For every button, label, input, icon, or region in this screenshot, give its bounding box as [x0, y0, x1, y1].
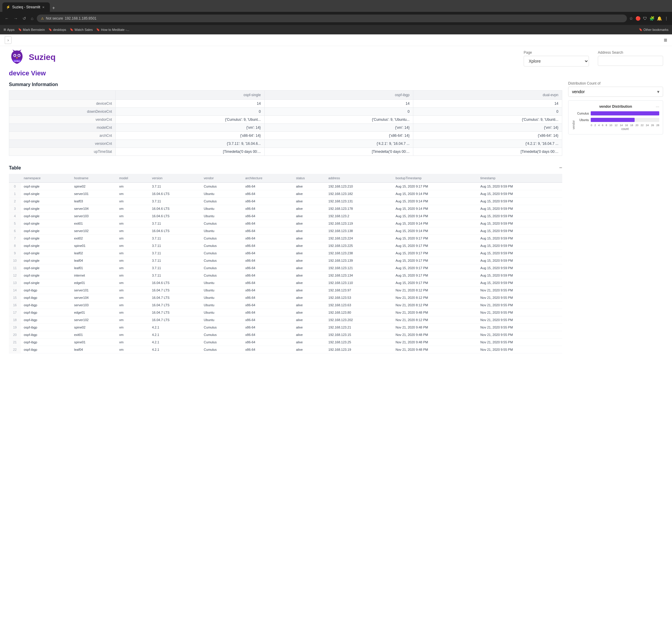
forward-button[interactable]: → [12, 15, 19, 22]
cell-version: 16.04.7 LTS [149, 316, 201, 324]
col-header-address: address [326, 174, 393, 182]
streamlit-controls-bar: › ≡ [0, 35, 672, 46]
x-tick-14: 14 [620, 124, 623, 127]
cell-vendor: Cumulus [201, 220, 243, 227]
cell-hostname: exit02 [71, 235, 116, 242]
extension-icon-2[interactable]: 🛡 [643, 16, 647, 21]
cell-namespace: ospf-single [21, 235, 71, 242]
active-tab[interactable]: ⚡ Suzieq - Streamlit ✕ [2, 2, 50, 12]
reload-button[interactable]: ↺ [22, 15, 27, 22]
bar-label-cumulus: Cumulus [576, 112, 589, 115]
url-text: 192.168.1.185:8501 [65, 16, 97, 21]
cell-bootupTimestamp: Aug 15, 2020 9:14 PM [393, 190, 477, 197]
cell-status: alive [293, 331, 326, 339]
bookmark-meditate[interactable]: 🔖 How to Meditate -... [96, 28, 129, 31]
table-row: 10ospf-singleleaf04vm3.7.11Cumulusx86-64… [9, 257, 562, 264]
x-tick-6: 6 [602, 124, 603, 127]
address-search-group: Address Search [598, 51, 663, 66]
cell-vendor: Cumulus [201, 257, 243, 264]
cell-idx: 9 [9, 249, 21, 257]
address-search-input[interactable] [598, 56, 663, 66]
bookmark-folder-icon-3: 🔖 [70, 28, 73, 31]
cell-bootupTimestamp: Nov 21, 2020 9:48 PM [393, 339, 477, 346]
summary-row-label: archCnt [9, 132, 116, 140]
cell-vendor: Cumulus [201, 272, 243, 279]
cell-namespace: ospf-single [21, 205, 71, 213]
security-warning-text: Not secure [46, 16, 63, 21]
cell-timestamp: Nov 21, 2020 9:55 PM [477, 301, 562, 309]
chart-options-button[interactable]: ··· [632, 104, 659, 109]
bookmark-mark-bernstein[interactable]: 🔖 Mark Bernstein [18, 28, 45, 31]
cell-bootupTimestamp: Nov 21, 2020 8:12 PM [393, 294, 477, 301]
cell-idx: 14 [9, 287, 21, 294]
cell-timestamp: Aug 15, 2020 9:59 PM [477, 197, 562, 205]
cell-idx: 2 [9, 197, 21, 205]
hamburger-menu-button[interactable]: ≡ [664, 37, 667, 44]
extension-icon-3[interactable]: 🧩 [649, 16, 655, 21]
cell-architecture: x86-64 [243, 346, 293, 353]
cell-hostname: spine02 [71, 324, 116, 331]
bookmark-watch-sales[interactable]: 🔖 Watch Sales [70, 28, 93, 31]
summary-row-value-2: {'Cumulus': 9, 'Ubunti... [413, 116, 562, 124]
distribution-select-wrapper: vendor ▼ [568, 87, 663, 97]
cell-version: 3.7.11 [149, 264, 201, 272]
summary-row: modelCnt{'vm': 14}{'vm': 14}{'vm': 14} [9, 124, 562, 132]
bookmark-other[interactable]: 🔖 Other bookmarks [639, 28, 669, 31]
page-select[interactable]: Xplore [524, 56, 589, 67]
table-row: 18ospf-ibgpserver102vm16.04.7 LTSUbuntux… [9, 316, 562, 324]
extension-icon-1[interactable]: 🔴 [635, 16, 641, 21]
cell-bootupTimestamp: Aug 15, 2020 9:17 PM [393, 235, 477, 242]
cell-bootupTimestamp: Aug 15, 2020 9:14 PM [393, 205, 477, 213]
cell-hostname: spine01 [71, 242, 116, 249]
extension-icon-4[interactable]: 🔔 [657, 16, 662, 21]
cell-version: 3.7.11 [149, 249, 201, 257]
cell-status: alive [293, 213, 326, 220]
summary-row: archCnt{'x86-64': 14}{'x86-64': 14}{'x86… [9, 132, 562, 140]
bookmark-desktops[interactable]: 🔖 desktops [49, 28, 66, 31]
menu-dots-icon[interactable]: ⋮ [664, 16, 669, 21]
cell-version: 3.7.11 [149, 272, 201, 279]
cell-hostname: leaf01 [71, 264, 116, 272]
bookmark-folder-icon-1: 🔖 [18, 28, 22, 31]
new-tab-button[interactable]: + [50, 4, 57, 12]
address-bar[interactable]: ⚠ Not secure 192.168.1.185:8501 [37, 15, 627, 22]
collapse-table-button[interactable]: − [559, 165, 562, 171]
chart-header: vendor Distribution ··· [572, 104, 659, 109]
col-header-architecture: architecture [243, 174, 293, 182]
summary-row: versionCnt{'3.7.11': 9, '16.04.6...{'4.2… [9, 140, 562, 148]
cell-vendor: Cumulus [201, 324, 243, 331]
cell-hostname: edge01 [71, 309, 116, 316]
x-tick-4: 4 [598, 124, 600, 127]
cell-architecture: x86-64 [243, 301, 293, 309]
cell-address: 192.168.123.138 [326, 227, 393, 235]
home-button[interactable]: ⌂ [30, 15, 35, 22]
bookmark-star-icon[interactable]: ☆ [629, 16, 633, 21]
cell-idx: 20 [9, 331, 21, 339]
sidebar-toggle-button[interactable]: › [5, 36, 12, 44]
cell-vendor: Ubuntu [201, 227, 243, 235]
cell-status: alive [293, 190, 326, 197]
cell-namespace: ospf-ibgp [21, 331, 71, 339]
cell-model: vm [116, 279, 149, 287]
cell-model: vm [116, 301, 149, 309]
cell-bootupTimestamp: Nov 21, 2020 8:12 PM [393, 316, 477, 324]
bookmark-apps[interactable]: ⊞ Apps [3, 28, 15, 31]
summary-row: deviceCnt141414 [9, 100, 562, 108]
table-row: 14ospf-ibgpserver101vm16.04.7 LTSUbuntux… [9, 287, 562, 294]
summary-row-value-0: {'Cumulus': 9, 'Ubunt... [116, 116, 265, 124]
cell-address: 192.168.123.225 [326, 242, 393, 249]
tab-close-button[interactable]: ✕ [42, 6, 44, 9]
cell-vendor: Cumulus [201, 249, 243, 257]
cell-timestamp: Nov 21, 2020 9:55 PM [477, 287, 562, 294]
bookmark-meditate-label: How to Meditate -... [101, 28, 129, 31]
cell-version: 16.04.7 LTS [149, 287, 201, 294]
cell-vendor: Cumulus [201, 197, 243, 205]
security-warning-icon: ⚠ [41, 17, 44, 21]
cell-timestamp: Nov 21, 2020 9:55 PM [477, 324, 562, 331]
back-button[interactable]: ← [3, 15, 10, 22]
cell-hostname: server102 [71, 227, 116, 235]
summary-row-value-2: 14 [413, 100, 562, 108]
distribution-select[interactable]: vendor [568, 87, 663, 97]
col-header-version: version [149, 174, 201, 182]
summary-row-value-2: {'vm': 14} [413, 124, 562, 132]
